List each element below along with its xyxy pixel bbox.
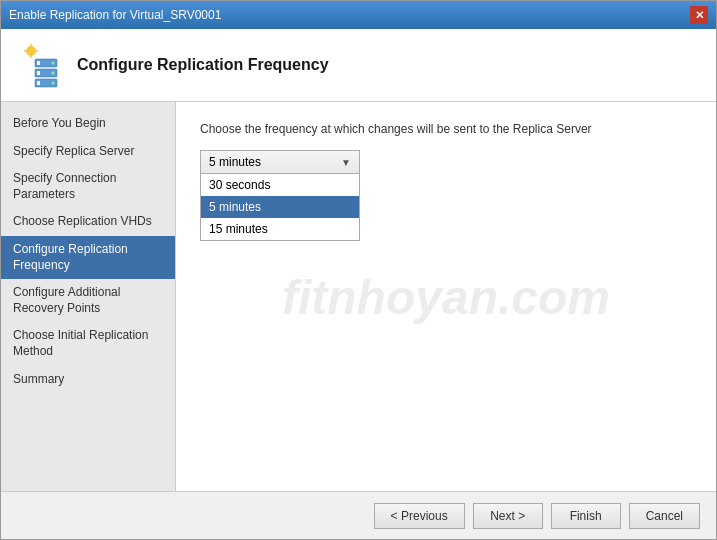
frequency-dropdown-container: 5 minutes ▼ 30 seconds 5 minutes 15 minu… [200,150,360,174]
sidebar-item-choose-initial-replication-method[interactable]: Choose Initial Replication Method [1,322,175,365]
dropdown-option-15min[interactable]: 15 minutes [201,218,359,240]
sidebar: Before You Begin Specify Replica Server … [1,102,176,491]
previous-button[interactable]: < Previous [374,503,465,529]
dropdown-option-30s[interactable]: 30 seconds [201,174,359,196]
svg-point-0 [26,46,36,56]
sidebar-item-configure-additional-recovery-points[interactable]: Configure Additional Recovery Points [1,279,175,322]
sidebar-item-specify-replica-server[interactable]: Specify Replica Server [1,138,175,166]
main-window: Enable Replication for Virtual_SRV0001 ✕ [0,0,717,540]
frequency-dropdown[interactable]: 5 minutes ▼ [200,150,360,174]
sidebar-item-summary[interactable]: Summary [1,366,175,394]
sidebar-item-specify-connection-parameters[interactable]: Specify Connection Parameters [1,165,175,208]
content-area: Before You Begin Specify Replica Server … [1,102,716,491]
sidebar-item-configure-replication-frequency[interactable]: Configure Replication Frequency [1,236,175,279]
chevron-down-icon: ▼ [341,157,351,168]
cancel-button[interactable]: Cancel [629,503,700,529]
title-bar: Enable Replication for Virtual_SRV0001 ✕ [1,1,716,29]
watermark: fitnhoyan.com [282,269,610,324]
dropdown-option-5min[interactable]: 5 minutes [201,196,359,218]
header-section: Configure Replication Frequency [1,29,716,102]
svg-rect-12 [37,81,40,85]
svg-point-13 [52,82,55,85]
footer: < Previous Next > Finish Cancel [1,491,716,539]
main-content-area: fitnhoyan.com Choose the frequency at wh… [176,102,716,491]
svg-point-7 [52,62,55,65]
next-button[interactable]: Next > [473,503,543,529]
dropdown-selected-value: 5 minutes [209,155,261,169]
sidebar-item-choose-replication-vhds[interactable]: Choose Replication VHDs [1,208,175,236]
frequency-dropdown-list: 30 seconds 5 minutes 15 minutes [200,174,360,241]
window-title: Enable Replication for Virtual_SRV0001 [9,8,221,22]
sidebar-item-before-you-begin[interactable]: Before You Begin [1,110,175,138]
close-button[interactable]: ✕ [690,6,708,24]
frequency-description: Choose the frequency at which changes wi… [200,122,692,136]
svg-rect-9 [37,71,40,75]
server-icon [17,41,65,89]
svg-point-10 [52,72,55,75]
finish-button[interactable]: Finish [551,503,621,529]
svg-rect-6 [37,61,40,65]
page-title: Configure Replication Frequency [77,56,329,74]
